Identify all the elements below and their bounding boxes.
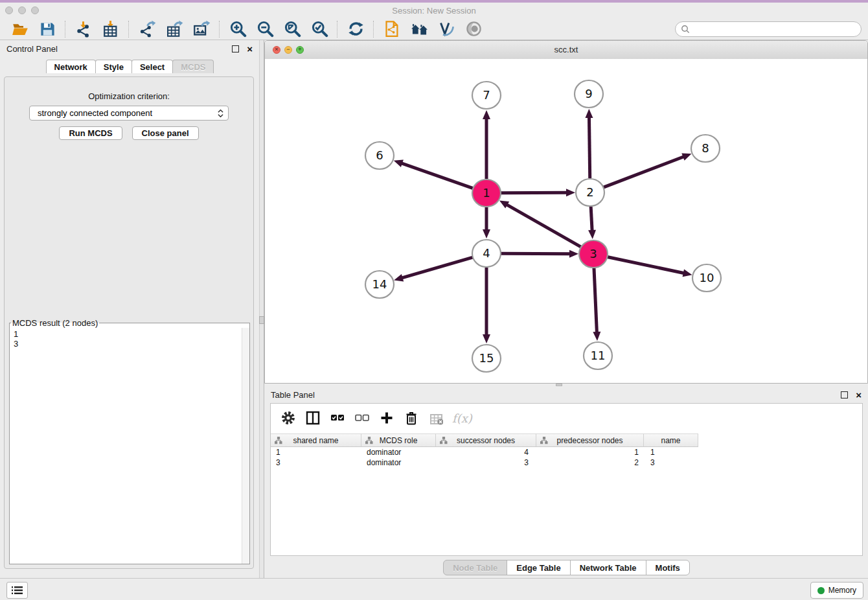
cell-shared-name[interactable]: 3	[271, 457, 361, 468]
graph-node-15[interactable]: 15	[472, 345, 501, 372]
edge-2-3[interactable]	[591, 207, 592, 231]
tab-network-table[interactable]: Network Table	[570, 560, 646, 575]
vertical-splitter[interactable]	[259, 40, 264, 578]
save-icon[interactable]	[38, 19, 57, 39]
edge-1-6[interactable]	[401, 163, 473, 189]
close-table-panel-icon[interactable]: ×	[856, 392, 862, 398]
delete-icon[interactable]	[402, 408, 421, 428]
edge-4-14[interactable]	[402, 257, 473, 278]
task-history-button[interactable]	[6, 582, 28, 599]
edge-3-1[interactable]	[506, 204, 580, 247]
graph-node-11[interactable]: 11	[584, 342, 612, 369]
unselect-all-icon[interactable]	[352, 408, 372, 428]
column-header-successor-nodes[interactable]: successor nodes	[436, 433, 536, 447]
graph-node-1[interactable]: 1	[472, 179, 501, 207]
tab-network[interactable]: Network	[46, 60, 96, 73]
graph-node-8[interactable]: 8	[691, 135, 720, 162]
memory-status-icon	[817, 587, 825, 594]
graph-node-2[interactable]: 2	[576, 179, 604, 206]
criterion-select[interactable]: strongly connected component	[29, 106, 229, 121]
export-image-icon[interactable]	[192, 19, 211, 39]
cell-successor-nodes[interactable]: 3	[436, 457, 536, 468]
status-bar: Memory	[0, 578, 868, 600]
float-panel-icon[interactable]	[232, 45, 239, 52]
close-panel-icon[interactable]: ×	[247, 46, 253, 52]
tab-node-table[interactable]: Node Table	[443, 560, 507, 575]
tab-style[interactable]: Style	[95, 60, 132, 73]
column-header-predecessor-nodes[interactable]: predecessor nodes	[536, 433, 644, 447]
node-label: 15	[479, 351, 494, 365]
edge-1-2[interactable]	[501, 192, 567, 193]
cell-shared-name[interactable]: 1	[271, 447, 361, 457]
graph-node-4[interactable]: 4	[472, 240, 501, 267]
zoom-selected-icon[interactable]	[310, 19, 329, 39]
node-table: shared nameMCDS rolesuccessor nodesprede…	[271, 433, 862, 468]
search-input[interactable]	[693, 24, 856, 34]
cell-name[interactable]: 1	[644, 447, 698, 457]
network-canvas[interactable]: 7968124314101511	[265, 59, 867, 383]
eye-icon[interactable]	[464, 19, 483, 39]
column-type-icon	[440, 437, 448, 446]
edge-3-11[interactable]	[594, 268, 597, 333]
tab-select[interactable]: Select	[131, 60, 173, 73]
refresh-icon[interactable]	[346, 19, 365, 39]
table-row[interactable]: 1dominator411	[271, 447, 862, 457]
select-all-icon[interactable]	[328, 408, 347, 428]
graph-node-3[interactable]: 3	[579, 240, 608, 268]
result-scrollbar[interactable]	[242, 328, 249, 564]
memory-button[interactable]: Memory	[810, 582, 863, 599]
cell-MCDS-role[interactable]: dominator	[361, 457, 436, 468]
cell-successor-nodes[interactable]: 4	[436, 447, 536, 457]
network-window-titlebar[interactable]: × − + scc.txt	[265, 41, 867, 60]
column-header-MCDS-role[interactable]: MCDS role	[361, 433, 436, 447]
node-label: 3	[589, 247, 597, 260]
node-label: 7	[483, 88, 490, 102]
memory-label: Memory	[828, 586, 856, 595]
graph-node-6[interactable]: 6	[365, 142, 394, 169]
import-network-icon[interactable]	[74, 19, 93, 39]
column-label: successor nodes	[457, 436, 515, 445]
tab-motifs[interactable]: Motifs	[646, 560, 690, 575]
table-tab-bar: Node TableEdge TableNetwork TableMotifs	[264, 560, 868, 575]
edge-arrowhead-3-11	[593, 332, 600, 341]
tab-edge-table[interactable]: Edge Table	[507, 560, 570, 575]
column-type-icon	[540, 437, 548, 446]
network-graph[interactable]: 7968124314101511	[265, 59, 867, 383]
graph-node-10[interactable]: 10	[692, 264, 721, 292]
control-panel: Control Panel × NetworkStyleSelectMCDS O…	[0, 40, 259, 578]
cell-predecessor-nodes[interactable]: 1	[536, 447, 644, 457]
add-icon[interactable]	[377, 408, 396, 428]
edge-3-10[interactable]	[608, 257, 685, 273]
tab-mcds[interactable]: MCDS	[172, 60, 214, 73]
import-table-icon[interactable]	[101, 19, 120, 39]
edge-2-9[interactable]	[589, 117, 589, 178]
column-view-icon[interactable]	[303, 408, 323, 428]
graph-node-14[interactable]: 14	[365, 271, 394, 298]
mcds-result-textarea[interactable]: 13	[10, 328, 249, 564]
column-header-name[interactable]: name	[644, 433, 698, 447]
cell-name[interactable]: 3	[644, 457, 698, 468]
graph-node-9[interactable]: 9	[575, 80, 603, 108]
network-file-icon[interactable]	[382, 19, 402, 39]
export-table-icon[interactable]	[165, 19, 184, 39]
float-table-panel-icon[interactable]	[841, 391, 848, 398]
table-row[interactable]: 3dominator323	[271, 457, 862, 468]
graph-node-7[interactable]: 7	[472, 82, 501, 109]
export-network-icon[interactable]	[137, 19, 157, 39]
run-mcds-button[interactable]: Run MCDS	[59, 126, 122, 140]
search-box[interactable]	[675, 21, 862, 37]
open-folder-icon[interactable]	[10, 19, 30, 39]
zoom-fit-icon[interactable]	[282, 19, 302, 39]
edge-4-3[interactable]	[501, 253, 571, 254]
cell-MCDS-role[interactable]: dominator	[361, 447, 436, 457]
column-header-shared-name[interactable]: shared name	[271, 433, 361, 447]
cell-predecessor-nodes[interactable]: 2	[536, 457, 644, 468]
edge-2-8[interactable]	[604, 156, 685, 187]
zoom-out-icon[interactable]	[255, 19, 275, 39]
gear-icon[interactable]	[279, 408, 298, 428]
close-panel-button[interactable]: Close panel	[132, 126, 199, 140]
vizmapper-icon[interactable]	[437, 19, 456, 39]
zoom-in-icon[interactable]	[228, 19, 247, 39]
home-icon[interactable]	[409, 19, 429, 39]
vertical-splitter-handle[interactable]	[259, 316, 264, 324]
